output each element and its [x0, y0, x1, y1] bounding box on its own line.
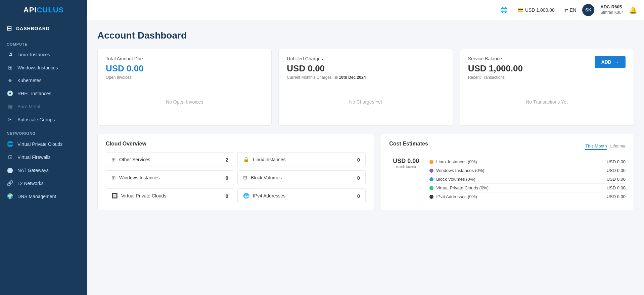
overview-windows-instances[interactable]: ⊞ Windows Instances 0	[106, 170, 234, 185]
sidebar-item-autoscale-groups[interactable]: ✂ Autoscale Groups	[0, 113, 87, 126]
other-services-count: 2	[226, 157, 228, 163]
ipv4-legend-value: USD 0.00	[607, 194, 626, 199]
service-balance-card: Service Balance USD 1,000.00 Recent Tran…	[460, 49, 634, 126]
sidebar-item-label: Windows Instances	[17, 65, 58, 70]
sidebar-item-label: Bare Metal	[17, 104, 40, 109]
other-services-label: Other Services	[119, 157, 150, 162]
windows-legend-label: Windows Instances (0%)	[436, 168, 484, 173]
cost-legend-vpc: Virtual Private Clouds (0%) USD 0.00	[429, 184, 626, 192]
windows-ov-label: Windows Instances	[119, 175, 160, 180]
section-label-networking: NETWORKING	[0, 126, 87, 137]
vpc-ov-label: Virtual Private Clouds	[121, 193, 166, 198]
dns-icon: 🌍	[7, 193, 13, 199]
header-balance[interactable]: 💳 USD 1,000.00	[514, 6, 558, 14]
l2-icon: 🔗	[7, 180, 13, 186]
cloud-overview-title: Cloud Overview	[106, 141, 366, 147]
cost-legend-ipv4: IPv4 Addresses (0%) USD 0.00	[429, 192, 626, 201]
service-balance-amount: USD 1,000.00	[468, 63, 523, 74]
service-balance-info: Service Balance USD 1,000.00 Recent Tran…	[468, 56, 523, 85]
cards-row: Total Amount Due USD 0.00 Open Invoices …	[97, 49, 634, 126]
service-balance-header: Service Balance USD 1,000.00 Recent Tran…	[468, 56, 626, 85]
cost-legend-linux: Linux Instances (0%) USD 0.00	[429, 158, 626, 166]
cost-excl-taxes: (excl. taxes)	[389, 165, 423, 169]
logo: APICULUS	[0, 0, 87, 20]
sidebar-item-virtual-firewalls[interactable]: ⊡ Virtual Firewalls	[0, 151, 87, 164]
total-due-sublabel: Open Invoices	[106, 75, 263, 80]
add-button[interactable]: ADD →	[595, 56, 626, 68]
block-volumes-ov-count: 0	[357, 175, 360, 181]
sidebar-item-label: Autoscale Groups	[17, 117, 55, 122]
top-header: APICULUS 🌐 💳 USD 1,000.00 ⇄ EN SK ADC-R6…	[0, 0, 644, 20]
sidebar-item-label: Virtual Private Clouds	[17, 141, 62, 147]
kubernetes-icon: ⎈	[7, 77, 13, 83]
dashboard-icon: ⊟	[7, 25, 12, 32]
sidebar-item-label: Kubernetes	[17, 78, 42, 83]
user-name: Simran Kaur	[600, 10, 623, 15]
overview-linux-instances[interactable]: 🔒 Linux Instances 0	[237, 152, 366, 167]
tab-this-month[interactable]: This Month	[585, 143, 607, 150]
sidebar-item-label: L2 Networks	[17, 181, 44, 186]
tab-lifetime[interactable]: Lifetime	[610, 143, 626, 150]
user-info: ADC-R605 Simran Kaur	[600, 4, 623, 15]
vpc-dot	[429, 186, 433, 190]
lang-label: EN	[570, 7, 576, 13]
rhel-icon: 💿	[7, 90, 13, 97]
block-volumes-ov-icon: ⊟	[243, 175, 247, 181]
overview-grid: ⊞ Other Services 2 🔒 Linux Instances 0	[106, 152, 366, 203]
ipv4-legend-label: IPv4 Addresses (0%)	[436, 194, 477, 199]
linux-ov-label: Linux Instances	[253, 157, 285, 162]
service-balance-label: Service Balance	[468, 56, 523, 61]
vpc-legend-label: Virtual Private Clouds (0%)	[436, 185, 489, 190]
sidebar-item-bare-metal: ▦ Bare Metal	[0, 100, 87, 113]
sidebar-item-label: DNS Management	[17, 194, 56, 199]
bottom-row: Cloud Overview ⊞ Other Services 2 🔒 Linu…	[97, 134, 634, 210]
sidebar-item-kubernetes[interactable]: ⎈ Kubernetes	[0, 74, 87, 87]
block-volumes-legend-value: USD 0.00	[607, 177, 626, 182]
windows-ov-count: 0	[226, 175, 228, 181]
overview-ipv4[interactable]: 🌐 IPv4 Addresses 0	[237, 188, 366, 203]
block-volumes-legend-label: Block Volumes (0%)	[436, 177, 475, 182]
sidebar-item-vpc[interactable]: 🌐 Virtual Private Clouds	[0, 137, 87, 151]
block-volumes-dot	[429, 177, 433, 181]
linux-ov-icon: 🔒	[243, 157, 249, 163]
sidebar-item-linux-instances[interactable]: 🖥 Linux Instances	[0, 48, 87, 61]
sidebar-item-label: Virtual Firewalls	[17, 155, 51, 160]
linux-ov-count: 0	[357, 157, 360, 163]
sidebar-item-dashboard[interactable]: ⊟ DASHBOARD	[0, 20, 87, 37]
sidebar-item-dns-management[interactable]: 🌍 DNS Management	[0, 190, 87, 203]
ipv4-ov-label: IPv4 Addresses	[253, 193, 285, 198]
overview-vpc[interactable]: 🔲 Virtual Private Clouds 0	[106, 188, 234, 203]
overview-block-volumes[interactable]: ⊟ Block Volumes 0	[237, 170, 366, 185]
unbilled-card: Unbilled Charges USD 0.00 Current Month'…	[278, 49, 453, 126]
sidebar-item-label: RHEL Instances	[17, 91, 51, 96]
sidebar-item-nat-gateways[interactable]: ⬤ NAT Gateways	[0, 164, 87, 177]
overview-other-services[interactable]: ⊞ Other Services 2	[106, 152, 234, 167]
vpc-ov-icon: 🔲	[111, 193, 118, 199]
total-due-label: Total Amount Due	[106, 56, 263, 61]
header-lang[interactable]: ⇄ EN	[564, 7, 576, 13]
sidebar-item-windows-instances[interactable]: ⊞ Windows Instances	[0, 61, 87, 74]
cost-legend: Linux Instances (0%) USD 0.00 Windows In…	[429, 158, 626, 201]
ipv4-ov-count: 0	[357, 193, 360, 199]
cost-total: USD 0.00	[389, 158, 423, 165]
linux-dot	[429, 160, 433, 164]
windows-legend-value: USD 0.00	[607, 168, 626, 173]
service-balance-sublabel: Recent Transactions	[468, 75, 523, 80]
notification-bell-icon[interactable]: 🔔	[629, 6, 637, 14]
cost-main: USD 0.00 (excl. taxes) Linux Instances (…	[389, 158, 626, 201]
vpc-ov-count: 0	[226, 193, 228, 199]
cost-legend-block-volumes: Block Volumes (0%) USD 0.00	[429, 175, 626, 184]
total-due-card: Total Amount Due USD 0.00 Open Invoices …	[97, 49, 272, 126]
sidebar-item-rhel-instances[interactable]: 💿 RHEL Instances	[0, 87, 87, 100]
sidebar-item-l2-networks[interactable]: 🔗 L2 Networks	[0, 177, 87, 190]
balance-icon: 💳	[517, 7, 523, 13]
translate-icon: ⇄	[564, 7, 568, 13]
total-due-amount: USD 0.00	[106, 63, 263, 74]
cost-estimates-title: Cost Estimates	[389, 141, 428, 147]
windows-dot	[429, 169, 433, 173]
total-due-empty: No Open Invoices	[106, 85, 263, 119]
globe-icon[interactable]: 🌐	[500, 6, 508, 14]
unbilled-sublabel: Current Month's Charges Till 10th Dec 20…	[287, 75, 444, 80]
user-id: ADC-R605	[600, 4, 623, 10]
vpc-icon: 🌐	[7, 141, 13, 147]
